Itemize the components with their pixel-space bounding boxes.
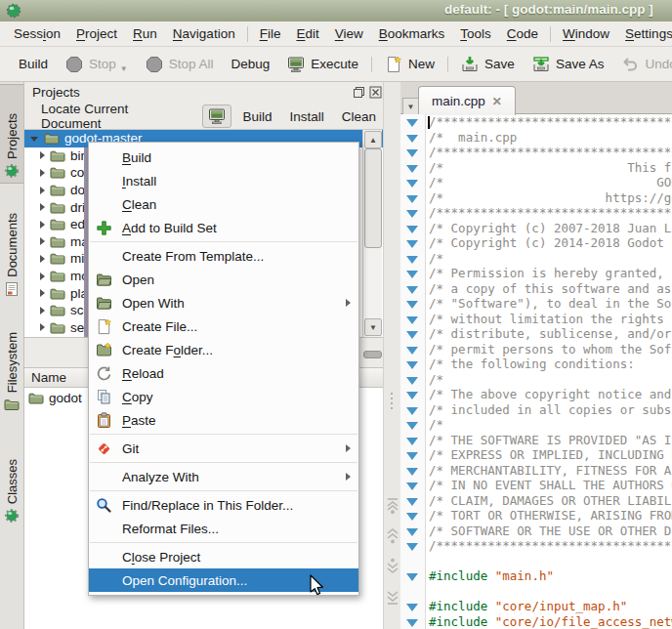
menu-project[interactable]: Project xyxy=(68,23,125,44)
code-line[interactable] xyxy=(400,554,672,569)
code-line[interactable]: #include "core/input_map.h" xyxy=(400,599,672,614)
fold-marker-icon[interactable] xyxy=(406,468,418,476)
expand-arrow-icon[interactable] xyxy=(40,289,45,297)
code-line[interactable]: /***************************************… xyxy=(400,114,672,130)
code-line[interactable]: /* */ xyxy=(400,417,672,433)
fold-marker-icon[interactable] xyxy=(406,316,418,324)
code-line[interactable]: /* TORT OR OTHERWISE, ARISING FROM, OUT … xyxy=(400,508,672,524)
code-line[interactable]: /* CLAIM, DAMAGES OR OTHER LIABILITY, WH… xyxy=(400,493,672,509)
code-line[interactable]: /* Copyright (c) 2007-2018 Juan Linietsk… xyxy=(400,221,672,236)
expand-arrow-icon[interactable] xyxy=(40,273,45,280)
build-button[interactable]: Build xyxy=(10,52,57,76)
fold-marker-icon[interactable] xyxy=(406,256,418,264)
fold-marker-icon[interactable] xyxy=(406,543,418,551)
tab-main-cpp[interactable]: main.cpp ✕ xyxy=(418,86,516,115)
menu-settings[interactable]: Settings xyxy=(617,23,672,44)
fold-marker-icon[interactable] xyxy=(406,119,418,127)
splitter-grip[interactable] xyxy=(363,351,382,358)
fold-marker-icon[interactable] xyxy=(406,452,418,460)
sidebar-tab-documents[interactable]: Documents xyxy=(0,191,23,301)
locate-current-document-button[interactable]: Locate Current Document xyxy=(34,99,198,134)
fold-marker-icon[interactable] xyxy=(406,513,418,521)
close-panel-icon[interactable] xyxy=(369,86,382,99)
stop-button[interactable]: Stop▼ xyxy=(57,51,137,78)
code-line[interactable]: /* the following conditions: */ xyxy=(400,356,672,372)
code-line[interactable]: /* IN NO EVENT SHALL THE AUTHORS OR COPY… xyxy=(400,478,672,493)
tree-vertical-scrollbar[interactable]: ▲ ▼ xyxy=(362,130,382,337)
menu-window[interactable]: Window xyxy=(555,23,617,44)
collapse-arrow-icon[interactable] xyxy=(30,137,38,142)
locate-monitor-button[interactable] xyxy=(202,105,231,128)
code-line[interactable]: /* a copy of this software and associate… xyxy=(400,281,672,297)
sidebar-tab-filesystem[interactable]: Filesystem xyxy=(0,305,23,416)
code-line[interactable]: /* "Software"), to deal in the Software … xyxy=(400,296,672,312)
clean-button[interactable]: Clean xyxy=(335,106,383,127)
fold-marker-icon[interactable] xyxy=(406,240,418,248)
expand-arrow-icon[interactable] xyxy=(40,323,45,331)
code-line[interactable]: /* Permission is hereby granted, free of… xyxy=(400,266,672,281)
context-menu-item-paste[interactable]: Paste xyxy=(89,408,358,432)
fold-marker-icon[interactable] xyxy=(406,619,418,627)
expand-arrow-icon[interactable] xyxy=(40,221,45,229)
debug-button[interactable]: Debug xyxy=(223,52,279,76)
context-menu-item-clean[interactable]: Clean xyxy=(89,192,358,216)
code-line[interactable]: /* This file is part of: */ xyxy=(400,160,672,176)
code-line[interactable]: /* included in all copies or substantial… xyxy=(400,402,672,418)
new-button[interactable]: New xyxy=(376,51,443,78)
code-line[interactable]: /***************************************… xyxy=(400,205,672,221)
context-menu-item-reload[interactable]: Reload xyxy=(89,361,358,385)
fold-marker-icon[interactable] xyxy=(406,301,418,309)
code-line[interactable]: /* THE SOFTWARE IS PROVIDED "AS IS", WIT… xyxy=(400,433,672,448)
expand-arrow-icon[interactable] xyxy=(40,203,45,211)
fold-marker-icon[interactable] xyxy=(406,604,418,611)
expand-arrow-icon[interactable] xyxy=(40,151,45,159)
code-line[interactable]: /* MERCHANTABILITY, FITNESS FOR A PARTIC… xyxy=(400,463,672,479)
scrollbar-up-arrow[interactable]: ▲ xyxy=(364,131,382,148)
context-menu-item-create-folder[interactable]: Create Folder... xyxy=(89,338,358,361)
menu-file[interactable]: File xyxy=(252,23,289,44)
fold-marker-icon[interactable] xyxy=(406,286,418,294)
scroll-down-icon[interactable] xyxy=(385,558,400,575)
float-panel-icon[interactable] xyxy=(353,86,365,99)
code-line[interactable]: /* main.cpp */ xyxy=(400,130,672,146)
splitter-handle-dots[interactable] xyxy=(391,393,393,409)
fold-marker-icon[interactable] xyxy=(406,482,418,490)
code-line[interactable]: /* */ xyxy=(400,372,672,388)
context-menu-item-open-with[interactable]: Open With xyxy=(89,291,358,314)
scrollbar-thumb[interactable] xyxy=(364,148,382,248)
context-menu-item-close-project[interactable]: Close Project xyxy=(89,545,358,568)
code-line[interactable]: #include "core/io/file_access_network.h" xyxy=(400,614,672,629)
expand-arrow-icon[interactable] xyxy=(40,307,45,314)
save-button[interactable]: Save xyxy=(452,51,524,78)
code-line[interactable]: #include "main.h" xyxy=(400,568,672,584)
fold-marker-icon[interactable] xyxy=(406,438,418,445)
fold-marker-icon[interactable] xyxy=(406,392,418,399)
code-line[interactable]: /* The above copyright notice and this p… xyxy=(400,387,672,402)
menu-code[interactable]: Code xyxy=(499,23,546,44)
menu-tools[interactable]: Tools xyxy=(452,23,499,44)
code-line[interactable]: /* EXPRESS OR IMPLIED, INCLUDING BUT NOT… xyxy=(400,447,672,463)
code-line[interactable]: /* distribute, sublicense, and/or sell c… xyxy=(400,326,672,342)
fold-marker-icon[interactable] xyxy=(406,361,418,369)
fold-marker-icon[interactable] xyxy=(406,377,418,385)
context-menu-item-create-file[interactable]: Create File... xyxy=(89,314,358,338)
dropdown-arrow-icon[interactable]: ▼ xyxy=(120,64,128,73)
scroll-to-bottom-icon[interactable] xyxy=(385,588,400,606)
fold-marker-icon[interactable] xyxy=(406,407,418,415)
panel-splitter[interactable] xyxy=(383,82,401,629)
scroll-to-top-icon[interactable] xyxy=(385,496,400,514)
expand-arrow-icon[interactable] xyxy=(40,169,45,177)
code-line[interactable]: /* GODOT ENGINE */ xyxy=(400,175,672,190)
menu-view[interactable]: View xyxy=(327,23,371,44)
expand-arrow-icon[interactable] xyxy=(40,187,45,194)
expand-arrow-icon[interactable] xyxy=(40,237,45,245)
context-menu-item-git[interactable]: Git xyxy=(89,437,358,460)
fold-marker-icon[interactable] xyxy=(406,271,418,278)
fold-marker-icon[interactable] xyxy=(406,149,418,157)
fold-marker-icon[interactable] xyxy=(406,165,418,173)
fold-marker-icon[interactable] xyxy=(406,210,418,218)
code-line[interactable]: /* */ xyxy=(400,251,672,267)
fold-marker-icon[interactable] xyxy=(406,422,418,430)
fold-marker-icon[interactable] xyxy=(406,528,418,536)
fold-marker-icon[interactable] xyxy=(406,135,418,143)
